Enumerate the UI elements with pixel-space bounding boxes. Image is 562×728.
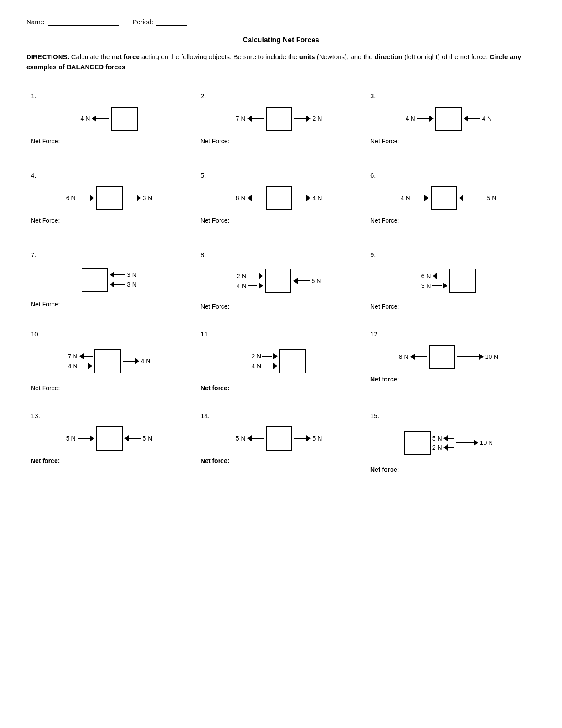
problem-15-arrow-left2 [443,444,454,451]
problem-7-stacked: 3 N 3 N [110,271,137,288]
problem-10-label-bottom: 4 N [68,362,78,370]
arrow-line [412,198,424,198]
problem-7-row1: 3 N [110,271,137,278]
problem-12-label-left: 8 N [399,353,409,360]
arrow-line [84,356,93,357]
problem-9-box [449,269,476,293]
arrowhead-left-icon [443,435,448,441]
problems-row-1: 1. 4 N Net Force: 2. 7 N [26,85,536,156]
problem-14-arrow-left [247,435,264,441]
problem-5-forces: 8 N 4 N [236,186,322,210]
problem-11-diagram: 2 N 4 N [201,341,357,381]
problem-15-box [404,431,431,455]
problem-4-arrow-right1 [78,195,94,201]
problem-1-net: Net Force: [31,138,187,145]
problem-10: 10. 7 N 4 N [26,323,196,396]
directions-text4: (left or right) of the net force. [404,53,489,60]
name-field-group: Name: [26,18,119,26]
problem-14-box [266,426,292,451]
problem-10-net: Net Force: [31,385,187,392]
problem-15-label-mid: 2 N [432,444,442,451]
arrowhead-left-icon [410,354,415,360]
arrowhead-left-icon [464,116,468,122]
problem-9-row1: 6 N [421,273,448,280]
arrow-line [448,447,454,448]
arrow-line [468,118,480,119]
problem-14-arrow-right [294,435,311,441]
problem-6-number: 6. [370,172,527,179]
problem-9-forces: 6 N 3 N [421,269,476,293]
problem-13-label-left: 5 N [66,435,76,442]
problem-3-arrow-right [417,116,434,122]
problem-8-row2: 4 N [237,282,263,289]
arrow-line [262,366,272,366]
directions-bold2: units [299,53,315,60]
problem-7: 7. 3 N 3 N Net Force: [26,244,196,314]
arrowhead-left-icon [92,116,96,122]
problem-9-label-top: 6 N [421,273,431,280]
problems-row-3: 7. 3 N 3 N Net Force: [26,244,536,314]
problem-15-forces: 5 N 2 N [404,431,493,455]
problem-11: 11. 2 N 4 N Net force: [196,323,366,396]
arrowhead-left-icon [459,195,463,201]
problem-2-number: 2. [201,92,357,100]
problem-1: 1. 4 N Net Force: [26,85,196,156]
problem-13-arrow-left [124,435,141,441]
problem-8-row1: 2 N [237,273,263,280]
problem-6-label-left: 4 N [401,194,410,202]
problem-10-label-right: 4 N [141,358,151,365]
problem-9-diagram: 6 N 3 N [370,262,527,299]
problem-10-arrow-right-left [79,363,93,369]
arrowhead-left-icon [247,195,252,201]
arrow-line [432,285,442,286]
problem-10-label-top: 7 N [68,353,78,360]
period-input[interactable] [156,18,187,26]
arrowhead-right-icon [259,273,263,279]
arrowhead-right-icon [306,435,311,441]
problem-6-arrow-right [412,195,429,201]
problem-12-box [429,345,455,369]
problem-14-diagram: 5 N 5 N [201,423,357,454]
problem-11-box [279,349,306,373]
problem-12-label-right: 10 N [485,353,499,360]
directions-text2: acting on the following objects. Be sure… [141,53,299,60]
problem-11-net-bold: Net force: [201,385,229,392]
problem-8-number: 8. [201,251,357,258]
problem-11-forces: 2 N 4 N [252,349,306,373]
problem-15-row1: 5 N [432,435,454,442]
name-input[interactable] [48,18,119,26]
problem-6-net: Net Force: [370,217,527,224]
arrow-line [415,356,427,357]
problem-8-stacked: 2 N 4 N [237,273,263,289]
problem-13-box [96,426,123,451]
problem-8-label-top: 2 N [237,273,246,280]
problem-7-number: 7. [31,251,187,258]
problem-13-net-bold: Net force: [31,457,60,464]
problem-7-diagram: 3 N 3 N [31,262,187,297]
period-label: Period: [132,18,153,26]
problem-2-forces: 7 N 2 N [236,107,322,131]
arrow-line [417,118,429,119]
problem-5-box [266,186,292,210]
arrow-line [114,284,125,285]
problem-3-diagram: 4 N 4 N [370,103,527,134]
problem-10-arrow-left [79,353,93,359]
problem-3-label-right: 4 N [482,115,492,122]
directions-text3: (Newtons), and the [317,53,375,60]
problem-11-label-top: 2 N [252,353,261,360]
arrowhead-right-icon [259,283,263,289]
problem-3-number: 3. [370,92,527,100]
problem-15: 15. 5 N 2 N [366,405,536,478]
problem-3-label-left: 4 N [406,115,415,122]
problem-3-arrow-left [464,116,480,122]
problem-12-forces: 8 N 10 N [399,345,498,369]
problems-row-4: 10. 7 N 4 N [26,323,536,396]
arrowhead-left-icon [293,278,298,284]
arrowhead-right-icon [273,363,278,369]
problem-15-diagram: 5 N 2 N [370,423,527,463]
arrowhead-right-icon [90,195,94,201]
problem-12-net: Net force: [370,376,527,383]
problem-5: 5. 8 N 4 N Net Force: [196,164,366,235]
arrow-line [248,276,257,276]
problem-9-stacked: 6 N 3 N [421,273,448,289]
